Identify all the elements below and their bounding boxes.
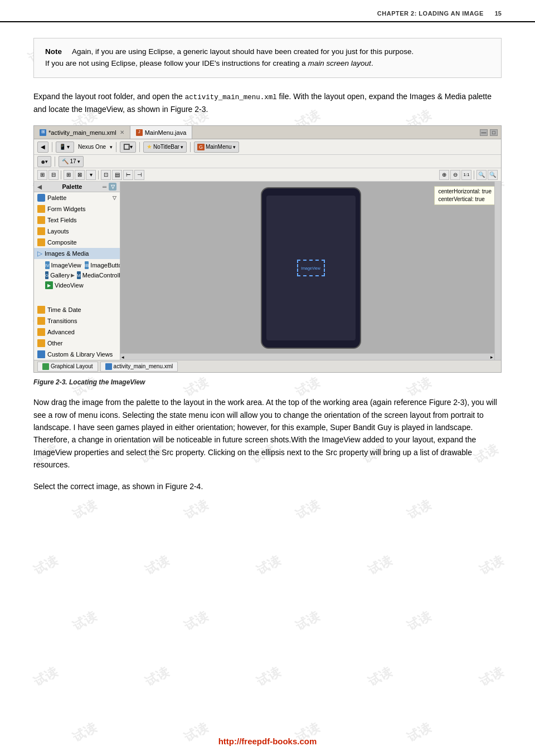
layout-btn-9[interactable]: ⊣	[134, 170, 144, 180]
images-media-subitems: IV ImageView IB ImageButton G Gallery ▶ …	[34, 259, 120, 291]
chapter-title: CHAPTER 2: Loading an Image	[377, 10, 484, 17]
ide-toolbar-3: ⊞ ⊟ ⊞ ⊠ ▾ ⊡ ▤ ⊢ ⊣ ⊕ ⊖ 1:1 🔍 🔍	[34, 168, 501, 182]
transitions-icon	[37, 317, 45, 325]
gallery-icon: G	[45, 271, 48, 279]
phone-outline: ImageView	[261, 187, 361, 349]
minimize-button[interactable]: —	[480, 129, 488, 136]
palette-filter-icon[interactable]: ▽	[109, 183, 116, 191]
back-button[interactable]: ◀	[37, 142, 48, 153]
ide-tab-xml[interactable]: ⊞ *activity_main_menu.xml ✕	[34, 126, 130, 139]
palette-filter-arrow: ▽	[113, 195, 116, 201]
palette-cat-form-widgets[interactable]: Form Widgets	[34, 203, 120, 214]
images-media-label: Images & Media	[45, 250, 89, 257]
custom-icon	[37, 350, 45, 358]
device2-icon: 🔲	[123, 144, 130, 150]
star-icon: ★	[147, 143, 152, 150]
imagebutton-label: ImageButton	[90, 262, 120, 269]
layouts-label: Layouts	[47, 228, 69, 235]
note-italic: main screen layout	[308, 59, 371, 67]
palette-brand-icon	[37, 194, 45, 202]
device-icon-btn[interactable]: 📱 ▾	[56, 142, 74, 153]
main-menu-label: MainMenu	[206, 144, 232, 150]
palette-cat-advanced[interactable]: Advanced	[34, 326, 120, 338]
bottom-tab-xml[interactable]: activity_main_menu.xml	[100, 362, 178, 372]
palette-cat-other[interactable]: Other	[34, 338, 120, 349]
num-17-label: 17	[70, 158, 76, 164]
dot-icon: ●	[41, 157, 45, 166]
note-text: Note Again, if you are using Eclipse, a …	[45, 46, 490, 70]
form-widgets-icon	[37, 205, 45, 213]
palette-title: Palette	[42, 183, 103, 190]
palette-item-gallery[interactable]: G Gallery ▶ M MediaController	[43, 270, 118, 280]
device2-arrow: ▾	[130, 144, 133, 150]
bottom-tab-graphical[interactable]: Graphical Layout	[37, 362, 98, 372]
device2-button[interactable]: 🔲 ▾	[120, 142, 136, 153]
layout-btn-7[interactable]: ▤	[112, 170, 122, 180]
layout-btn-2[interactable]: ⊟	[48, 170, 59, 180]
palette-cat-transitions[interactable]: Transitions	[34, 315, 120, 326]
ide-tab-xml-label: *activity_main_menu.xml	[48, 129, 116, 136]
toolbar-separator-2	[116, 142, 116, 152]
layout-btn-8[interactable]: ⊢	[123, 170, 133, 180]
maximize-button[interactable]: □	[490, 129, 498, 136]
advanced-icon	[37, 328, 45, 336]
layout-btn-1[interactable]: ⊞	[37, 170, 47, 180]
canvas-scrollbar-vertical[interactable]	[494, 182, 501, 360]
layout-btn-5[interactable]: ▾	[86, 170, 96, 180]
videoview-icon: ▶	[45, 281, 53, 289]
layout-btn-4[interactable]: ⊠	[75, 170, 85, 180]
layout-btn-6[interactable]: ⊡	[101, 170, 111, 180]
zoom-full-btn[interactable]: 🔍	[488, 170, 498, 180]
ide-screenshot: ⊞ *activity_main_menu.xml ✕ J MainMenu.j…	[33, 125, 502, 373]
layout-btn-3[interactable]: ⊞	[64, 170, 74, 180]
advanced-label: Advanced	[47, 329, 75, 335]
palette-cat-palette[interactable]: Palette ▽	[34, 192, 120, 203]
zoom-1-btn[interactable]: 1:1	[461, 170, 471, 180]
xml-file-icon: ⊞	[40, 129, 46, 136]
ide-tab-xml-close[interactable]: ✕	[120, 129, 124, 135]
palette-item-videoview[interactable]: ▶ VideoView	[43, 280, 118, 290]
num-17-button[interactable]: 🔨 17 ▾	[59, 156, 83, 167]
dot-dropdown[interactable]: ● ▾	[37, 156, 51, 167]
zoom-fit-btn[interactable]: 🔍	[476, 170, 487, 180]
note-text2: If you are not using Eclipse, please fol…	[45, 59, 308, 67]
zoom-in-btn[interactable]: ⊕	[439, 170, 449, 180]
main-menu-arrow: ▾	[233, 144, 236, 150]
num-17-arrow: ▾	[77, 159, 80, 164]
palette-cat-text-fields[interactable]: Text Fields	[34, 214, 120, 226]
figure-ref-2-3b[interactable]: 2-3	[453, 398, 464, 407]
main-menu-button[interactable]: G MainMenu ▾	[194, 142, 239, 153]
text-fields-icon	[37, 216, 45, 224]
tooltip-line1: centerHorizontal: true	[438, 188, 492, 196]
palette-cat-layouts[interactable]: Layouts	[34, 226, 120, 237]
scroll-left-arrow[interactable]: ◂	[121, 354, 124, 360]
ide-canvas: centerHorizontal: true centerVertical: t…	[120, 182, 501, 360]
no-title-bar-label: NoTitleBar	[153, 144, 179, 150]
palette-cat-composite[interactable]: Composite	[34, 237, 120, 248]
figure-ref-2-3[interactable]: 2-3	[194, 105, 206, 114]
media-controller-icon: M	[77, 271, 81, 279]
figure-ref-2-4[interactable]: 2-4	[189, 482, 201, 491]
phone-screen: ImageView	[266, 196, 356, 340]
zoom-out-btn[interactable]: ⊖	[450, 170, 460, 180]
note-box: Note Again, if you are using Eclipse, a …	[33, 38, 502, 78]
body-paragraph-2: Now drag the image from the palette to t…	[33, 396, 502, 471]
canvas-scrollbar-horizontal[interactable]: ◂ ▸	[120, 353, 494, 360]
palette-item-imageview[interactable]: IV ImageView IB ImageButton	[43, 260, 118, 270]
device-icon: 📱	[59, 144, 66, 150]
ide-toolbar-2: ● ▾ 🔨 17 ▾	[34, 155, 501, 168]
toolbar3-right: ⊕ ⊖ 1:1 🔍 🔍	[439, 170, 498, 180]
imagebutton-icon: IB	[85, 261, 89, 269]
gallery-arrow: ▶	[71, 272, 75, 278]
other-label: Other	[47, 340, 63, 347]
scroll-right-arrow[interactable]: ▸	[490, 354, 493, 360]
palette-cat-images-media[interactable]: ▷ Images & Media	[34, 248, 120, 259]
palette-cat-custom[interactable]: Custom & Library Views	[34, 349, 120, 360]
ide-tab-java[interactable]: J MainMenu.java	[130, 126, 193, 139]
no-title-bar-button[interactable]: ★ NoTitleBar ▾	[143, 142, 187, 153]
palette-cat-time-date[interactable]: Time & Date	[34, 304, 120, 315]
text-fields-label: Text Fields	[47, 217, 77, 223]
toolbar3-left: ⊞ ⊟ ⊞ ⊠ ▾ ⊡ ▤ ⊢ ⊣	[37, 170, 144, 180]
footer-link[interactable]: http://freepdf-books.com	[0, 737, 535, 746]
ide-main-area: ◀ Palette ═ ▽ Palette ▽ Form Widgets Tex…	[34, 182, 501, 360]
